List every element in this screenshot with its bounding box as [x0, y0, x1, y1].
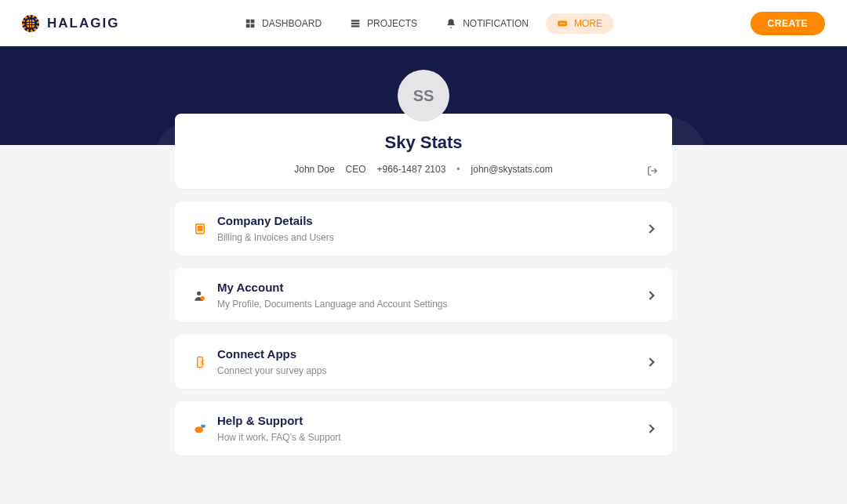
help-icon — [194, 422, 206, 435]
more-icon — [557, 18, 568, 29]
menu-company-details[interactable]: Company Details Billing & Invoices and U… — [175, 201, 672, 256]
user-name: John Doe — [294, 164, 334, 175]
projects-icon — [350, 18, 361, 29]
svg-rect-4 — [351, 20, 360, 21]
logo-icon — [22, 15, 39, 32]
menu-title: Connect Apps — [217, 347, 636, 361]
svg-point-10 — [563, 23, 565, 24]
svg-rect-15 — [198, 229, 199, 230]
nav-label: DASHBOARD — [262, 18, 322, 29]
connect-icon — [194, 356, 206, 368]
svg-rect-1 — [251, 19, 255, 23]
menu-text: My Account My Profile, Documents Languag… — [217, 281, 636, 310]
svg-rect-5 — [351, 22, 360, 24]
nav-label: PROJECTS — [367, 18, 417, 29]
svg-rect-2 — [246, 24, 250, 27]
menu-connect-apps[interactable]: Connect Apps Connect your survey apps — [175, 335, 672, 389]
nav-dashboard[interactable]: DASHBOARD — [234, 13, 333, 34]
nav-more[interactable]: MORE — [546, 13, 613, 34]
menu-title: Help & Support — [217, 414, 636, 427]
svg-rect-6 — [351, 25, 360, 27]
chevron-right-icon — [645, 357, 654, 366]
logout-icon[interactable] — [647, 165, 658, 176]
svg-point-9 — [562, 23, 563, 24]
bell-icon — [445, 18, 456, 29]
menu-title: Company Details — [217, 214, 636, 227]
separator: • — [456, 164, 460, 175]
nav-label: NOTIFICATION — [463, 18, 529, 29]
menu-subtitle: Billing & Invoices and Users — [217, 232, 636, 243]
content: SS Sky Stats John Doe CEO +966-1487 2103… — [175, 114, 672, 455]
menu-text: Help & Support How it work, FAQ's & Supp… — [217, 414, 636, 443]
svg-rect-14 — [201, 226, 202, 227]
menu-text: Connect Apps Connect your survey apps — [217, 347, 636, 376]
create-button[interactable]: CREATE — [751, 12, 825, 35]
user-phone: +966-1487 2103 — [377, 164, 446, 175]
main-nav: DASHBOARD PROJECTS NOTIFICATION MORE — [234, 13, 613, 34]
menu-subtitle: How it work, FAQ's & Support — [217, 432, 636, 443]
header: HALAGIG DASHBOARD PROJECTS NOTIFICATION … — [0, 0, 847, 46]
menu-my-account[interactable]: My Account My Profile, Documents Languag… — [175, 268, 672, 322]
menu-help-support[interactable]: Help & Support How it work, FAQ's & Supp… — [175, 401, 672, 455]
avatar: SS — [398, 70, 449, 121]
dashboard-icon — [245, 18, 256, 29]
chevron-right-icon — [645, 424, 654, 433]
svg-rect-0 — [246, 19, 250, 23]
svg-rect-13 — [198, 226, 199, 227]
menu-title: My Account — [217, 281, 636, 294]
svg-rect-3 — [251, 24, 255, 27]
chevron-right-icon — [645, 291, 654, 299]
chevron-right-icon — [645, 224, 654, 233]
svg-rect-21 — [201, 424, 205, 427]
profile-card: Sky Stats John Doe CEO +966-1487 2103 • … — [175, 114, 672, 189]
nav-label: MORE — [574, 18, 602, 29]
svg-point-8 — [560, 23, 562, 24]
account-icon — [194, 289, 206, 302]
profile-info: John Doe CEO +966-1487 2103 • john@skyst… — [194, 164, 653, 175]
nav-projects[interactable]: PROJECTS — [339, 13, 428, 34]
user-email: john@skystats.com — [471, 164, 553, 175]
menu-subtitle: My Profile, Documents Language and Accou… — [217, 299, 636, 310]
svg-rect-16 — [201, 229, 202, 230]
company-name: Sky Stats — [194, 132, 653, 153]
logo[interactable]: HALAGIG — [22, 15, 119, 32]
svg-point-18 — [201, 296, 205, 299]
nav-notification[interactable]: NOTIFICATION — [434, 13, 540, 34]
company-icon — [194, 223, 206, 235]
user-role: CEO — [346, 164, 366, 175]
brand-name: HALAGIG — [47, 16, 119, 31]
svg-point-17 — [197, 291, 201, 295]
menu-subtitle: Connect your survey apps — [217, 365, 636, 376]
menu-text: Company Details Billing & Invoices and U… — [217, 214, 636, 243]
